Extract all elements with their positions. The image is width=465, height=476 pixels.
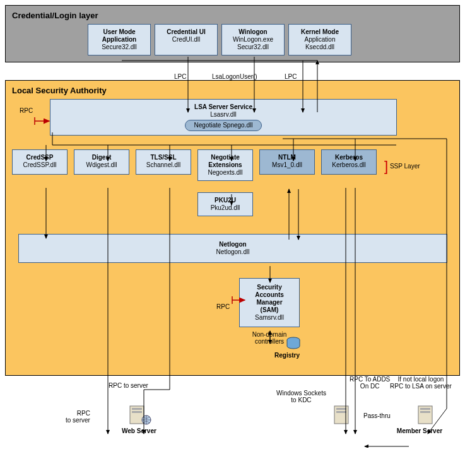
box-lsa-server-service: LSA Server Service Lsasrv.dll Negotiate … xyxy=(50,99,397,136)
svg-rect-7 xyxy=(336,411,346,413)
box-credential-ui: Credential UI CredUI.dll xyxy=(155,24,218,55)
local-security-authority: Local Security Authority RPC LSA Server … xyxy=(5,80,460,376)
negotiate-spnego-pill: Negotiate Spnego.dll xyxy=(185,120,262,131)
pku2u-title: PKU2U xyxy=(201,197,250,204)
credui-title: Credential UI xyxy=(158,28,215,36)
edge-label-lsalogon: LsaLogonUser() xyxy=(212,73,257,80)
user-mode-sub: Secure32.dll xyxy=(91,44,148,51)
web-server-label: Web Server xyxy=(122,427,156,434)
svg-rect-3 xyxy=(132,411,142,413)
ssp-layer-label: ] SSP Layer xyxy=(384,158,420,175)
box-pku2u: PKU2U Pku2ud.dll xyxy=(197,192,253,216)
member-server-label: Member Server xyxy=(391,427,448,434)
rpc-adds-label: RPC To ADDS On DC xyxy=(350,376,390,390)
credssp-sub: CredSSP.dll xyxy=(15,161,64,169)
negext-sub: Negoexts.dll xyxy=(201,169,250,177)
rpc-to-server-2: RPC to server xyxy=(66,410,90,424)
tls-sub: Schannel.dll xyxy=(139,161,188,169)
kernel-sub: Application Ksecdd.dll xyxy=(291,36,348,51)
box-negotiate-ext: Negotiate Extensions Negoexts.dll xyxy=(197,149,253,181)
netlogon-title: Netlogon xyxy=(25,241,440,248)
svg-rect-10 xyxy=(420,411,430,413)
dc-server-icon xyxy=(331,403,353,426)
footer-area: RPC to server RPC to server Web Server W… xyxy=(5,380,460,443)
lsa-service-sub: Lsasrv.dll xyxy=(53,111,394,119)
registry-label: Registry xyxy=(267,352,307,359)
negext-title: Negotiate Extensions xyxy=(201,154,250,169)
web-server-block: Web Server xyxy=(122,403,156,434)
netlogon-sub: Netlogon.dll xyxy=(25,248,440,256)
box-kerberos: Kerberos Kerberos.dll xyxy=(321,149,377,175)
box-netlogon: Netlogon Netlogon.dll xyxy=(18,234,447,263)
sam-title: Security Accounts Manager (SAM) xyxy=(242,284,297,314)
box-winlogon: Winlogon WinLogon.exe Secur32.dll xyxy=(221,24,285,55)
pass-thru-label: Pass-thru xyxy=(363,412,391,419)
box-user-mode-app: User Mode Application Secure32.dll xyxy=(88,24,151,55)
rpc-in-label: RPC xyxy=(20,107,33,114)
tls-title: TLS/SSL xyxy=(139,154,188,161)
ntlm-title: NTLM xyxy=(262,154,312,161)
box-credssp: CredSSP CredSSP.dll xyxy=(12,149,68,175)
user-mode-title: User Mode Application xyxy=(91,28,148,44)
edge-label-lpc-left: LPC xyxy=(174,73,186,80)
pku2u-sub: Pku2ud.dll xyxy=(201,204,250,212)
svg-rect-6 xyxy=(336,408,346,410)
winlogon-sub: WinLogon.exe Secur32.dll xyxy=(225,36,281,51)
win-sockets-label: Windows Sockets to KDC xyxy=(276,390,326,403)
svg-rect-2 xyxy=(132,408,142,410)
box-sam: Security Accounts Manager (SAM) Samsrv.d… xyxy=(239,278,300,327)
rpc-to-server-1: RPC to server xyxy=(109,382,148,389)
kerberos-sub: Kerberos.dll xyxy=(324,161,374,169)
sam-sub: Samsrv.dll xyxy=(242,314,297,322)
member-server-icon xyxy=(415,403,437,426)
box-digest: Digest Wdigest.dll xyxy=(74,149,129,175)
edge-label-lpc-right: LPC xyxy=(285,73,297,80)
registry-icon xyxy=(286,337,301,351)
box-ntlm: NTLM Msv1_0.dll xyxy=(259,149,315,175)
member-server-block: Member Server xyxy=(404,403,448,434)
ntlm-sub: Msv1_0.dll xyxy=(262,161,312,169)
lsa-service-title: LSA Server Service xyxy=(53,103,394,111)
box-kernel-mode: Kernel Mode Application Ksecdd.dll xyxy=(288,24,351,55)
digest-title: Digest xyxy=(77,154,126,161)
credential-layer-title: Credential/Login layer xyxy=(12,11,453,20)
box-tlsssl: TLS/SSL Schannel.dll xyxy=(136,149,191,175)
kerberos-title: Kerberos xyxy=(324,154,374,161)
credui-sub: CredUI.dll xyxy=(158,36,215,44)
lsa-title: Local Security Authority xyxy=(12,86,453,95)
digest-sub: Wdigest.dll xyxy=(77,161,126,169)
kernel-title: Kernel Mode xyxy=(291,28,348,36)
svg-rect-9 xyxy=(420,408,430,410)
dc-server-block xyxy=(331,403,353,427)
credential-login-layer: Credential/Login layer User Mode Applica… xyxy=(5,5,460,62)
not-local-label: If not local logon RPC to LSA on server xyxy=(390,376,452,390)
winlogon-title: Winlogon xyxy=(225,28,281,36)
credssp-title: CredSSP xyxy=(15,154,64,161)
web-server-icon xyxy=(126,403,151,426)
rpc-sam-label: RPC xyxy=(216,303,230,310)
